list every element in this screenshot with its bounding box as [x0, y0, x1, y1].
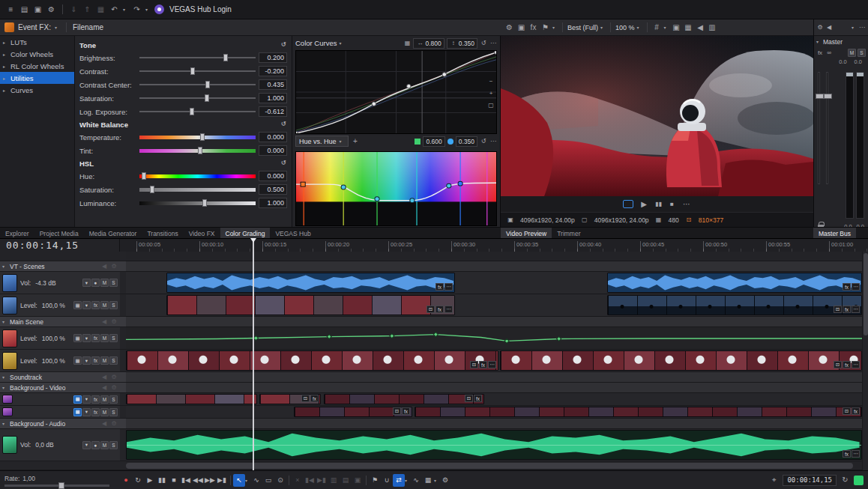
contrast-center-slider[interactable]	[139, 80, 256, 89]
track-fx-button[interactable]: fx	[91, 395, 100, 404]
tab-vegas-hub[interactable]: VEGAS Hub	[270, 228, 316, 239]
track-thumbnail[interactable]	[2, 274, 17, 292]
track-header[interactable]: Vol:-4.3 dB ▾ ● M S	[0, 272, 120, 294]
copy-frame-icon[interactable]: ▣	[672, 22, 681, 33]
collapse-chevron-icon[interactable]: ▾	[2, 264, 7, 269]
hue-vs-hue-editor[interactable]	[295, 151, 497, 226]
group-settings-icon[interactable]: ⚙	[110, 372, 118, 383]
group-settings-icon[interactable]: ⚙	[110, 317, 118, 327]
track-header[interactable]: Level:100,0 % ▦ ▾ fx M S	[0, 327, 120, 350]
event-fx-caret-icon[interactable]: ▾	[55, 25, 60, 30]
tab-project-media[interactable]: Project Media	[34, 228, 84, 239]
event-crop-badge[interactable]: ⊡	[834, 306, 842, 313]
tab-color-grading[interactable]: Color Grading	[220, 228, 271, 239]
video-track-lane[interactable]: ⊡fx ⊡fx	[126, 406, 868, 419]
mute-button[interactable]: M	[100, 301, 109, 309]
auto-ripple-caret-icon[interactable]: ▾	[405, 478, 410, 483]
event-more-badge[interactable]: ⋯	[852, 283, 860, 291]
solo-button[interactable]: S	[109, 356, 118, 365]
group-header[interactable]: ▾ Background - Audio ◀ ⚙	[0, 419, 120, 429]
saturation-slider[interactable]	[139, 94, 256, 103]
stop-button[interactable]: ■	[669, 199, 676, 210]
video-preview-display[interactable]	[501, 36, 813, 196]
record-arm-button[interactable]: ●	[91, 441, 100, 449]
collapse-chevron-icon[interactable]: ▾	[2, 319, 7, 324]
more-options-icon[interactable]: ⋯	[489, 38, 497, 49]
track-thumbnail[interactable]	[2, 297, 17, 315]
video-track-lane[interactable]: ⊡fx⋯ ⊡fx⋯	[126, 294, 868, 317]
rate-slider-handle[interactable]	[58, 482, 64, 489]
bus-fx-icon[interactable]: fx	[816, 48, 824, 58]
chevron-down-icon[interactable]: ▾	[852, 25, 857, 30]
group-header[interactable]: ▾ Background - Video ◀ ⚙	[0, 383, 120, 393]
save-icon[interactable]: ▣	[33, 4, 43, 15]
sidebar-item-curves[interactable]: ▸Curves	[0, 84, 74, 96]
group-lane[interactable]	[126, 317, 868, 327]
audio-track-lane[interactable]: fx⋯ fx⋯	[126, 272, 868, 294]
playhead-cursor[interactable]	[253, 238, 254, 470]
grid-quantize-caret-icon[interactable]: ▾	[434, 478, 439, 483]
video-clip[interactable]: ⊡fx	[294, 407, 412, 417]
stop-button[interactable]: ■	[168, 474, 180, 487]
zoom-out-icon[interactable]: −	[487, 76, 495, 87]
more-options-icon[interactable]: ⋯	[858, 22, 866, 33]
event-crop-badge[interactable]: ⊡	[301, 395, 310, 402]
vscroll-thumb[interactable]	[864, 253, 868, 335]
track-header[interactable]: Vol:0,0 dB ▾ ● M S	[0, 429, 120, 461]
level-value[interactable]: 100,0 %	[42, 357, 65, 365]
download-icon[interactable]: ⇓	[69, 4, 79, 15]
preview-zoom-dropdown[interactable]: 100 %	[615, 24, 635, 31]
tint-value[interactable]: 0.000	[259, 145, 287, 156]
contrast-center-value[interactable]: 0.435	[259, 79, 287, 90]
more-options-icon[interactable]: ⋯	[682, 199, 692, 210]
event-fx-badge[interactable]: fx	[310, 395, 319, 402]
hamburger-menu-icon[interactable]: ≡	[6, 4, 16, 15]
solo-button[interactable]: S	[109, 301, 118, 309]
group-header[interactable]: ▾ VT - Scenes ◀ ⚙	[0, 261, 120, 272]
solo-button[interactable]: S	[109, 334, 118, 342]
temperature-slider[interactable]	[139, 133, 256, 142]
mute-button[interactable]: M	[100, 356, 109, 365]
color-curve-editor[interactable]: − + ▢	[295, 50, 497, 134]
record-arm-button[interactable]: ●	[91, 279, 100, 287]
chevron-down-icon[interactable]: ▾	[600, 25, 606, 30]
event-fx-badge[interactable]: fx	[843, 450, 851, 458]
curve-height-box[interactable]: ↕0.350	[447, 38, 477, 49]
fast-forward-button[interactable]: ▶▶	[204, 474, 216, 487]
copy-snapshot-icon[interactable]: ▣	[516, 22, 526, 33]
event-more-badge[interactable]: ⋯	[488, 361, 496, 368]
mute-button[interactable]: M	[100, 441, 109, 449]
volume-envelope-line[interactable]	[127, 445, 861, 446]
event-fx-badge[interactable]: fx	[479, 361, 487, 368]
collapse-chevron-icon[interactable]: ▾	[2, 374, 7, 380]
collapse-chevron-icon[interactable]: ▾	[2, 421, 7, 426]
group-mute-icon[interactable]: ◀	[100, 261, 108, 272]
event-fx-badge[interactable]: fx	[852, 407, 860, 415]
audio-clip[interactable]: fx⋯	[126, 430, 862, 460]
track-dropdown-button[interactable]: ▾	[82, 395, 91, 404]
mixer-settings-icon[interactable]: ⚙	[816, 22, 824, 33]
volume-fader-right[interactable]	[826, 72, 828, 184]
track-fx-button[interactable]: fx	[91, 408, 100, 416]
grid-toggle-icon[interactable]: ▦	[403, 38, 411, 49]
trim-end-icon[interactable]: ▶▮	[316, 474, 328, 487]
video-track-lane[interactable]: ⊡fx ⊡fx	[126, 393, 868, 406]
volume-fader-left[interactable]	[818, 72, 820, 184]
track-dropdown-button[interactable]: ▾	[82, 279, 91, 287]
track-fx-button[interactable]: fx	[91, 301, 100, 309]
hue-slider[interactable]	[139, 171, 256, 180]
color-curves-title[interactable]: Color Curves	[295, 39, 337, 47]
tab-trimmer[interactable]: Trimmer	[552, 228, 585, 239]
project-media-icon[interactable]: ▤	[19, 4, 29, 15]
mute-button[interactable]: M	[100, 408, 109, 416]
track-fx-button[interactable]: fx	[91, 356, 100, 365]
luminance-value[interactable]: 1.000	[259, 198, 287, 208]
undo-icon[interactable]: ↶	[109, 4, 119, 15]
go-to-start-button[interactable]: ▮◀	[180, 474, 192, 487]
upload-icon[interactable]: ⇑	[82, 4, 92, 15]
video-clip[interactable]: ⊡fx⋯	[607, 295, 862, 315]
play-button[interactable]: ▶	[639, 199, 649, 210]
group-mute-icon[interactable]: ◀	[100, 419, 108, 429]
group-settings-icon[interactable]: ⚙	[110, 419, 118, 429]
group-settings-icon[interactable]: ⚙	[110, 383, 118, 393]
